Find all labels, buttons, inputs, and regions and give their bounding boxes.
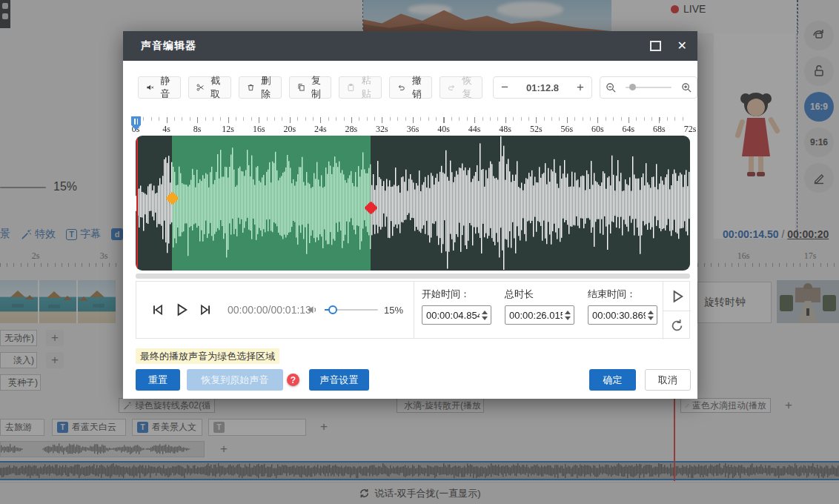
trash-icon: [247, 82, 255, 93]
help-icon[interactable]: ?: [287, 374, 299, 386]
start-time-spinner[interactable]: [480, 311, 491, 320]
paste-icon: [347, 82, 355, 93]
mute-button[interactable]: 静音: [138, 76, 181, 99]
end-time-group: 结束时间： 00:00:30.869: [588, 288, 657, 325]
ruler-tick-label: 8s: [193, 124, 202, 135]
end-time-input[interactable]: 00:00:30.869: [588, 305, 657, 325]
zoom-slider-knob[interactable]: [629, 84, 636, 90]
ok-label: 确定: [603, 374, 623, 387]
zoom-in-button[interactable]: [676, 77, 697, 98]
mute-label: 静音: [158, 74, 173, 101]
volume-slider[interactable]: [325, 309, 378, 311]
ruler-tick-label: 40s: [437, 124, 450, 135]
speaker-icon[interactable]: [307, 304, 319, 316]
undo-icon: [397, 82, 405, 93]
note-text: 最终的播放声音为绿色选择区域: [140, 350, 275, 363]
sound-settings-button[interactable]: 声音设置: [309, 369, 369, 391]
preview-play-button[interactable]: [663, 282, 691, 311]
mute-speaker-icon: [146, 82, 154, 93]
paste-button[interactable]: 粘贴: [339, 76, 382, 99]
restore-label: 恢复到原始声音: [202, 374, 269, 387]
undo-label: 撤销: [409, 74, 424, 101]
edit-toolbar: 静音 截取 删除 复制 粘贴 撤销: [138, 76, 697, 99]
ok-button[interactable]: 确定: [589, 369, 636, 391]
step-forward-button[interactable]: [199, 303, 212, 316]
redo-button[interactable]: 恢复: [440, 76, 482, 99]
ruler-tick-label: 72s: [684, 124, 697, 135]
delete-button[interactable]: 删除: [239, 76, 282, 99]
waveform-panel[interactable]: [136, 136, 690, 271]
time-decrease-button[interactable]: −: [494, 77, 516, 98]
sound-settings-label: 声音设置: [320, 374, 359, 387]
start-time-label: 开始时间：: [422, 288, 491, 301]
dialog-titlebar[interactable]: 声音编辑器 ✕: [123, 31, 697, 61]
step-back-button[interactable]: [151, 303, 165, 316]
transport-controls: 00:00:00/00:01:13: [151, 282, 311, 338]
ruler-tick-label: 16s: [253, 124, 265, 135]
cut-label: 截取: [208, 74, 223, 101]
reset-button[interactable]: 重置: [136, 369, 180, 391]
ruler-tick-label: 44s: [468, 124, 481, 135]
copy-label: 复制: [308, 74, 323, 101]
zoom-out-button[interactable]: [600, 77, 621, 98]
app-screen: LIVE 16:9 9:16: [0, 0, 839, 504]
zoom-group: [600, 76, 697, 99]
maximize-icon[interactable]: [650, 41, 661, 51]
wave-ruler[interactable]: 0s4s8s12s16s20s24s28s32s36s40s44s48s52s5…: [136, 117, 690, 135]
end-time-spinner[interactable]: [646, 311, 657, 320]
ruler-tick-label: 4s: [162, 124, 170, 135]
ruler-tick-label: 36s: [407, 124, 420, 135]
ruler-tick-label: 48s: [499, 124, 511, 135]
duration-spinner[interactable]: [563, 311, 574, 320]
play-outline-icon: [670, 289, 685, 304]
volume-slider-knob[interactable]: [328, 305, 337, 314]
ruler-tick-label: 64s: [623, 124, 635, 135]
playback-time: 00:00:00/00:01:13: [228, 304, 311, 316]
play-button[interactable]: [174, 302, 189, 317]
ruler-tick-label: 32s: [376, 124, 388, 135]
zoom-out-icon: [606, 82, 617, 93]
time-increase-button[interactable]: +: [569, 77, 591, 98]
duration-label: 总时长: [505, 288, 574, 301]
scissors-icon: [196, 82, 205, 93]
cancel-button[interactable]: 取消: [645, 369, 691, 391]
paste-label: 粘贴: [359, 74, 374, 101]
toolbar-time-value: 01:12.8: [516, 77, 569, 98]
end-time-label: 结束时间：: [588, 288, 657, 301]
ruler-tick-label: 52s: [530, 124, 543, 135]
copy-button[interactable]: 复制: [289, 76, 332, 99]
zoom-in-icon: [681, 82, 692, 93]
sound-editor-dialog: 声音编辑器 ✕ 静音 截取 删除 复制: [123, 31, 697, 399]
start-time-input[interactable]: 00:00:04.854: [422, 305, 491, 325]
time-stepper-group: − 01:12.8 +: [493, 76, 592, 99]
reset-label: 重置: [148, 374, 168, 387]
volume-percent: 15%: [384, 305, 403, 316]
green-region-note: 最终的播放声音为绿色选择区域: [136, 348, 279, 364]
start-time-group: 开始时间： 00:00:04.854: [422, 288, 491, 325]
redo-icon: [448, 82, 456, 93]
copy-icon: [297, 82, 305, 93]
player-section: 00:00:00/00:01:13 15% 开始时间： 00:00:04.854…: [136, 281, 690, 339]
ruler-tick-label: 20s: [283, 124, 296, 135]
restore-original-button[interactable]: 恢复到原始声音: [187, 369, 283, 391]
volume-control: 15%: [307, 282, 403, 338]
dialog-title: 声音编辑器: [141, 39, 196, 53]
waveform-scrollbar[interactable]: [136, 273, 690, 279]
ruler-tick-label: 28s: [345, 124, 358, 135]
ruler-tick-label: 68s: [653, 124, 666, 135]
ruler-tick-label: 12s: [222, 124, 234, 135]
restart-icon: [670, 319, 684, 333]
close-icon[interactable]: ✕: [677, 40, 687, 52]
ruler-tick-label: 60s: [591, 124, 604, 135]
waveform-zoom-slider[interactable]: [626, 87, 671, 88]
duration-input[interactable]: 00:00:26.015: [505, 305, 574, 325]
ruler-tick-label: 24s: [314, 124, 327, 135]
undo-button[interactable]: 撤销: [389, 76, 432, 99]
loop-restart-button[interactable]: [663, 311, 691, 339]
delete-label: 删除: [259, 74, 273, 101]
duration-group: 总时长 00:00:26.015: [505, 288, 574, 325]
ruler-tick-label: 56s: [560, 124, 573, 135]
cancel-label: 取消: [658, 374, 677, 387]
waveform-playhead-line: [136, 136, 138, 271]
cut-button[interactable]: 截取: [188, 76, 231, 99]
